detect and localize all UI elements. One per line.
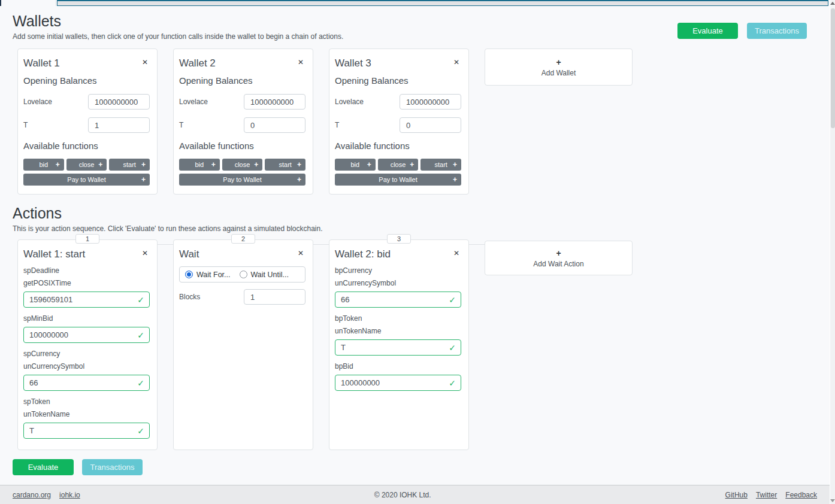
plus-icon: + — [410, 160, 414, 169]
plus-icon: + — [56, 160, 60, 169]
action-card: Wallet 1: start ✕ spDeadline getPOSIXTim… — [17, 239, 158, 450]
add-wallet-label: Add Wallet — [541, 69, 576, 77]
valid-check-icon: ✓ — [449, 294, 456, 304]
function-button[interactable]: start+ — [265, 159, 305, 171]
tab-strip — [0, 0, 830, 6]
pay-to-wallet-button[interactable]: Pay to Wallet+ — [335, 174, 461, 186]
close-icon[interactable]: ✕ — [296, 57, 305, 68]
field-label: unCurrencySymbol — [335, 279, 461, 288]
opening-balances-heading: Opening Balances — [179, 75, 305, 86]
footer-link-github[interactable]: GitHub — [725, 491, 748, 499]
field-input[interactable] — [335, 339, 461, 356]
field-input[interactable] — [23, 292, 150, 308]
function-button[interactable]: close+ — [66, 159, 107, 171]
wallet-card: Wallet 3 ✕ Opening Balances Lovelace T A… — [329, 48, 469, 195]
transactions-button[interactable]: Transactions — [82, 459, 143, 475]
action-title: Wallet 2: bid — [335, 248, 391, 260]
function-button[interactable]: bid+ — [335, 159, 376, 171]
footer-link-twitter[interactable]: Twitter — [756, 491, 777, 499]
field-input[interactable] — [335, 375, 461, 391]
action-wrapper: 1 Wallet 1: start ✕ spDeadline getPOSIXT… — [17, 239, 158, 450]
footer: cardano.org iohk.io © 2020 IOHK Ltd. Git… — [0, 485, 830, 504]
function-button[interactable]: bid+ — [23, 159, 64, 171]
balance-input[interactable] — [400, 117, 461, 133]
field-input[interactable] — [23, 327, 150, 343]
field-label: bpToken — [335, 314, 461, 323]
tab-active[interactable] — [1, 0, 56, 6]
plus-icon: + — [453, 175, 457, 184]
footer-link-feedback[interactable]: Feedback — [785, 491, 817, 499]
balance-input[interactable] — [400, 94, 461, 110]
close-icon[interactable]: ✕ — [452, 248, 461, 259]
balance-input[interactable] — [88, 94, 150, 110]
action-card: Wait ✕ Wait For... Wait Until... — [173, 239, 313, 450]
balance-input[interactable] — [88, 117, 150, 133]
action-wrapper: 2 Wait ✕ Wait For... — [173, 239, 313, 450]
plus-icon: + — [211, 160, 216, 169]
transactions-button[interactable]: Transactions — [747, 23, 807, 39]
field-label: getPOSIXTime — [23, 279, 150, 288]
balance-input[interactable] — [244, 117, 305, 133]
copyright: © 2020 IOHK Ltd. — [80, 491, 725, 499]
action-card: Wallet 2: bid ✕ bpCurrency unCurrencySym… — [329, 239, 469, 450]
footer-link-cardano[interactable]: cardano.org — [13, 491, 51, 499]
function-button[interactable]: start+ — [420, 159, 461, 171]
radio-unselected-icon[interactable] — [240, 271, 247, 278]
balance-label: Lovelace — [179, 98, 208, 106]
field-label: unTokenName — [23, 410, 150, 419]
field-label: bpBid — [335, 362, 461, 371]
pay-to-wallet-button[interactable]: Pay to Wallet+ — [23, 174, 150, 186]
scroll-up-icon[interactable] — [830, 2, 835, 5]
close-icon[interactable]: ✕ — [296, 248, 305, 259]
function-button[interactable]: close+ — [378, 159, 419, 171]
close-icon[interactable]: ✕ — [452, 57, 461, 68]
plus-icon: + — [297, 160, 301, 169]
wallet-card: Wallet 2 ✕ Opening Balances Lovelace T A… — [173, 48, 313, 195]
radio-selected-icon[interactable] — [185, 271, 193, 278]
balance-label: T — [23, 121, 28, 129]
evaluate-button[interactable]: Evaluate — [13, 459, 74, 475]
available-functions-heading: Available functions — [335, 141, 461, 151]
opening-balances-heading: Opening Balances — [23, 75, 150, 86]
close-icon[interactable]: ✕ — [140, 248, 150, 259]
tab-inactive[interactable] — [57, 0, 828, 6]
scroll-down-icon[interactable] — [830, 499, 835, 502]
plus-icon: + — [453, 160, 457, 169]
action-badge: 1 — [75, 234, 99, 244]
actions-section-title: Actions — [13, 204, 817, 222]
wallet-title: Wallet 1 — [23, 57, 60, 69]
field-input[interactable] — [23, 423, 150, 439]
scrollbar-thumb[interactable] — [831, 8, 835, 128]
valid-check-icon: ✓ — [137, 294, 144, 304]
close-icon[interactable]: ✕ — [140, 57, 150, 68]
field-label: spToken — [23, 397, 150, 406]
valid-check-icon: ✓ — [137, 330, 144, 339]
function-button[interactable]: close+ — [222, 159, 263, 171]
evaluate-button[interactable]: Evaluate — [677, 23, 738, 39]
field-input[interactable] — [23, 375, 150, 391]
function-button[interactable]: bid+ — [179, 159, 220, 171]
action-title: Wait — [179, 248, 199, 260]
valid-check-icon: ✓ — [449, 342, 456, 352]
add-wait-action-card[interactable]: + Add Wait Action — [485, 241, 633, 275]
balance-input[interactable] — [244, 94, 305, 110]
field-label: spMinBid — [23, 314, 150, 323]
function-button[interactable]: start+ — [109, 159, 150, 171]
field-input[interactable] — [335, 292, 461, 308]
footer-link-iohk[interactable]: iohk.io — [59, 491, 80, 499]
scrollbar[interactable] — [830, 0, 835, 504]
pay-to-wallet-button[interactable]: Pay to Wallet+ — [179, 174, 305, 186]
radio-wait-for[interactable]: Wait For... — [185, 271, 231, 279]
field-label: spCurrency — [23, 350, 150, 359]
wallets-row: Wallet 1 ✕ Opening Balances Lovelace T A… — [17, 48, 817, 195]
add-wallet-card[interactable]: + Add Wallet — [485, 48, 633, 86]
radio-wait-until[interactable]: Wait Until... — [240, 271, 289, 279]
blocks-input[interactable] — [244, 289, 305, 305]
balance-label: Lovelace — [335, 98, 364, 106]
wallet-card: Wallet 1 ✕ Opening Balances Lovelace T A… — [17, 48, 158, 195]
field-label: bpCurrency — [335, 266, 461, 275]
balance-label: T — [179, 121, 183, 129]
add-wait-action-label: Add Wait Action — [533, 260, 583, 268]
action-title: Wallet 1: start — [23, 248, 85, 260]
field-label: unTokenName — [335, 327, 461, 336]
